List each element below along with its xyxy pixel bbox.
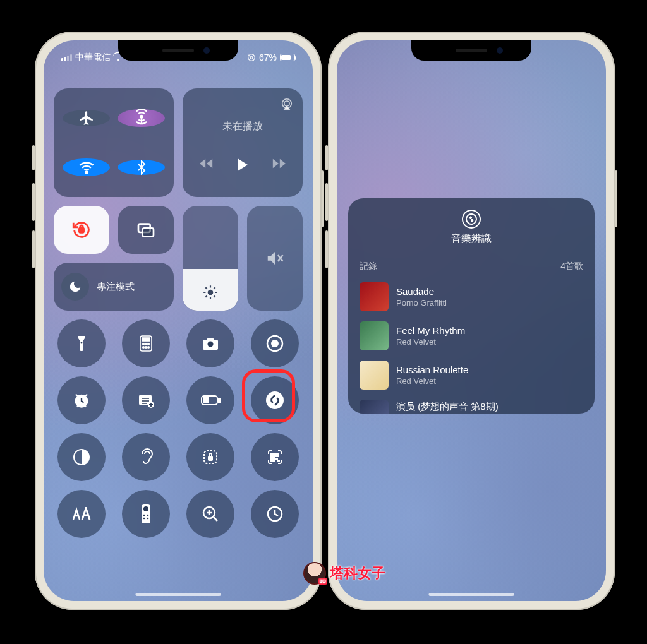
svg-rect-35 [278,460,279,462]
wifi-icon [78,158,95,176]
control-center: 未在播放 [54,88,303,582]
magnifier-button[interactable] [186,490,234,538]
svg-point-4 [284,101,289,106]
qr-scan-button[interactable] [251,433,299,481]
alarm-icon [73,391,90,409]
shazam-history-panel[interactable]: 音樂辨識 記錄 4首歌 Saudade Porno Graffitti Feel… [348,198,595,414]
song-row[interactable]: Russian Roulette Red Velvet [348,355,595,395]
svg-rect-33 [271,458,274,461]
bluetooth-toggle[interactable] [118,160,165,175]
antenna-icon [133,109,150,127]
media-title: 未在播放 [222,120,263,133]
text-size-icon [71,507,92,521]
svg-rect-25 [219,398,220,402]
svg-rect-32 [275,453,279,456]
battery-percent: 67% [259,52,277,63]
wifi-toggle[interactable] [63,158,110,176]
screen-right: 音樂辨識 記錄 4首歌 Saudade Porno Graffitti Feel… [337,40,606,601]
svg-rect-5 [79,228,83,232]
guided-access-button[interactable] [186,433,234,481]
svg-point-14 [148,343,150,345]
volume-mute-icon [265,249,284,268]
album-art [360,321,389,350]
alarm-button[interactable] [57,376,106,424]
history-count: 4首歌 [560,261,583,272]
low-power-button[interactable] [186,376,234,424]
svg-point-15 [143,347,145,349]
magnifier-icon [202,505,219,523]
notch [411,40,531,61]
song-artist: Porno Graffitti [396,298,447,307]
flashlight-button[interactable] [57,319,106,367]
watermark: 塔科女子 [303,562,385,585]
screen-left: 中華電信 67% [44,40,313,601]
qr-scan-icon [267,449,283,465]
camera-button[interactable] [186,319,234,367]
svg-point-27 [266,391,284,409]
media-control[interactable]: 未在播放 [183,88,303,197]
dark-mode-icon [73,448,90,466]
song-title: Saudade [396,286,447,297]
svg-point-8 [208,290,214,295]
svg-point-40 [143,518,145,520]
history-label: 記錄 [360,261,377,272]
svg-point-16 [145,347,147,349]
album-art [360,282,389,311]
home-indicator[interactable] [136,593,221,596]
calculator-icon [139,335,153,352]
airplay-icon[interactable] [280,97,294,111]
screen-mirroring-button[interactable] [118,206,174,254]
focus-mode-button[interactable]: 專注模式 [54,263,174,311]
battery-icon [280,54,295,61]
brightness-icon [202,284,219,301]
timer-button[interactable] [251,490,299,538]
apple-tv-remote-icon [141,504,151,524]
quick-note-button[interactable] [122,376,170,424]
watermark-avatar-icon [303,562,326,585]
connectivity-group[interactable] [54,88,174,197]
screen-mirroring-icon [136,220,156,240]
svg-point-18 [208,342,214,347]
prev-track-icon[interactable] [200,157,214,170]
screen-record-icon [266,335,284,352]
low-power-icon [200,395,221,406]
home-indicator[interactable] [429,593,514,596]
shazam-button[interactable] [251,376,299,424]
svg-rect-34 [276,458,277,460]
svg-rect-26 [203,398,208,403]
screen-record-button[interactable] [251,319,299,367]
quick-note-icon [138,393,154,408]
volume-slider[interactable] [247,206,303,311]
dark-mode-button[interactable] [57,433,106,481]
phone-frame-left: 中華電信 67% [35,32,322,610]
shazam-icon [265,391,284,410]
svg-point-9 [81,342,83,344]
rotation-lock-toggle[interactable] [54,206,109,254]
svg-point-13 [145,343,147,345]
play-icon[interactable] [236,157,249,172]
hearing-button[interactable] [122,433,170,481]
moon-icon [68,280,82,294]
album-art [360,361,389,390]
brightness-slider[interactable] [183,206,238,311]
calculator-button[interactable] [122,319,170,367]
text-size-button[interactable] [57,490,106,538]
carrier-label: 中華電信 [75,52,111,63]
svg-point-41 [147,518,149,520]
airplane-icon [78,110,95,126]
camera-icon [202,337,219,350]
timer-icon [266,505,284,523]
song-row[interactable]: Saudade Porno Graffitti [348,277,595,316]
apple-tv-remote-button[interactable] [122,490,170,538]
cellular-toggle[interactable] [118,109,165,127]
airplane-toggle[interactable] [63,110,110,126]
song-row[interactable]: 演员 (梦想的声音 第8期) [348,395,595,414]
song-artist: Red Velvet [396,376,468,386]
svg-rect-7 [143,228,154,236]
song-row[interactable]: Feel My Rhythm Red Velvet [348,316,595,355]
next-track-icon[interactable] [272,157,286,170]
svg-point-17 [148,347,150,349]
svg-point-20 [271,340,279,347]
shazam-icon [462,210,481,229]
focus-label: 專注模式 [97,281,135,293]
